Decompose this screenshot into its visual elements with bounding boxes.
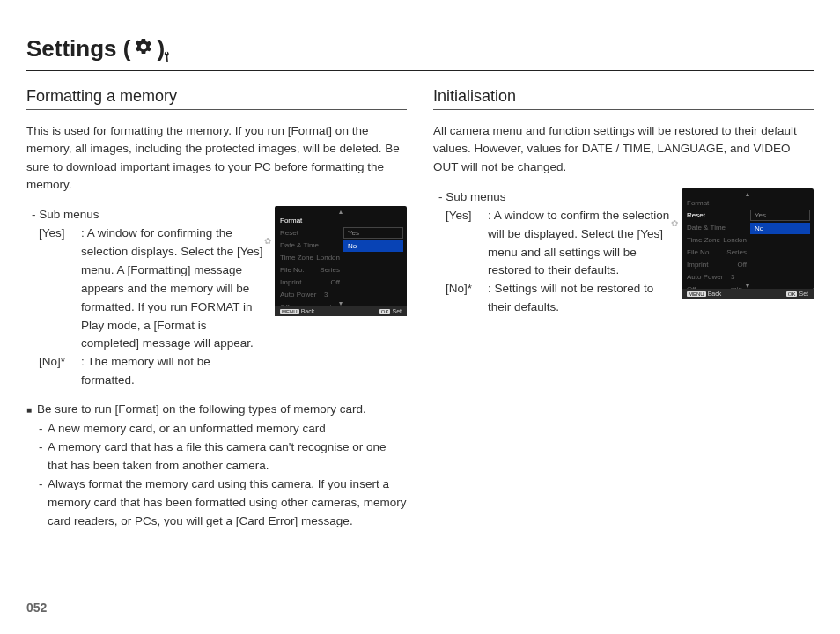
no-val: : Settings will not be restored to their… bbox=[488, 280, 673, 317]
menu-item: Auto Power Off3 min bbox=[280, 289, 343, 301]
section-heading-init: Initialisation bbox=[433, 87, 814, 110]
menu-item: File No.Series bbox=[687, 247, 750, 259]
page-title: Settings ( ) bbox=[26, 35, 814, 71]
note1: A new memory card, or an unformatted mem… bbox=[48, 420, 326, 439]
sub-menus-label: - Sub menus bbox=[32, 206, 266, 225]
menu-item: Date & Time bbox=[687, 222, 750, 234]
wrench-icon bbox=[157, 35, 169, 63]
menu-screenshot-format: ✿ ▴ Format Reset Date & Time Time ZoneLo… bbox=[275, 206, 407, 307]
title-prefix: Settings ( bbox=[26, 35, 130, 63]
menu-item: Time ZoneLondon bbox=[280, 252, 343, 264]
page-number: 052 bbox=[26, 601, 47, 615]
format-intro: This is used for formatting the memory. … bbox=[26, 122, 407, 194]
menu-item-highlight: Format bbox=[280, 215, 343, 227]
menu-item: File No.Series bbox=[280, 264, 343, 276]
menu-item: Format bbox=[687, 197, 750, 210]
no-val: : The memory will not be formatted. bbox=[81, 353, 266, 390]
square-bullet-icon: ■ bbox=[26, 401, 32, 420]
section-heading-format: Formatting a memory bbox=[26, 87, 407, 110]
menu-screenshot-reset: ✿ ▴ Format Reset Date & Time Time ZoneLo… bbox=[682, 188, 814, 290]
sub-menus-label: - Sub menus bbox=[438, 188, 673, 207]
menu-item: ImprintOff bbox=[280, 276, 343, 289]
left-column: Formatting a memory This is used for for… bbox=[26, 87, 407, 531]
no-key: [No]* bbox=[39, 353, 81, 390]
gear-icon bbox=[134, 35, 153, 63]
no-key: [No]* bbox=[446, 280, 488, 317]
menu-set: OKSet bbox=[786, 291, 808, 297]
menu-back: MENUBack bbox=[687, 291, 721, 297]
note-main: Be sure to run [Format] on the following… bbox=[37, 401, 366, 420]
menu-item: Date & Time bbox=[280, 240, 343, 252]
menu-item: ImprintOff bbox=[687, 259, 750, 271]
menu-back: MENUBack bbox=[280, 308, 314, 314]
right-column: Initialisation All camera menu and funct… bbox=[433, 87, 814, 531]
menu-item: Reset bbox=[280, 227, 343, 240]
menu-set: OKSet bbox=[379, 308, 402, 314]
yes-key: [Yes] bbox=[39, 225, 81, 353]
menu-item-highlight: Reset bbox=[687, 210, 750, 222]
note3: Always format the memory card using this… bbox=[48, 476, 407, 531]
menu-option-no: No bbox=[750, 223, 810, 234]
yes-val: : A window for confirming the selection … bbox=[81, 225, 266, 353]
menu-option-yes: Yes bbox=[750, 210, 810, 221]
menu-option-no: No bbox=[343, 240, 403, 252]
init-intro: All camera menu and function settings wi… bbox=[433, 122, 814, 176]
yes-val: : A window to confirm the selection will… bbox=[488, 207, 673, 281]
yes-key: [Yes] bbox=[446, 207, 488, 281]
format-notes: ■Be sure to run [Format] on the followin… bbox=[26, 401, 407, 531]
menu-item: Auto Power Off3 min bbox=[687, 271, 750, 284]
menu-gear-icon: ✿ bbox=[264, 236, 271, 246]
menu-gear-icon: ✿ bbox=[671, 218, 678, 228]
menu-item: Time ZoneLondon bbox=[687, 234, 750, 247]
note2: A memory card that has a file this camer… bbox=[48, 439, 407, 476]
menu-option-yes: Yes bbox=[343, 227, 403, 239]
